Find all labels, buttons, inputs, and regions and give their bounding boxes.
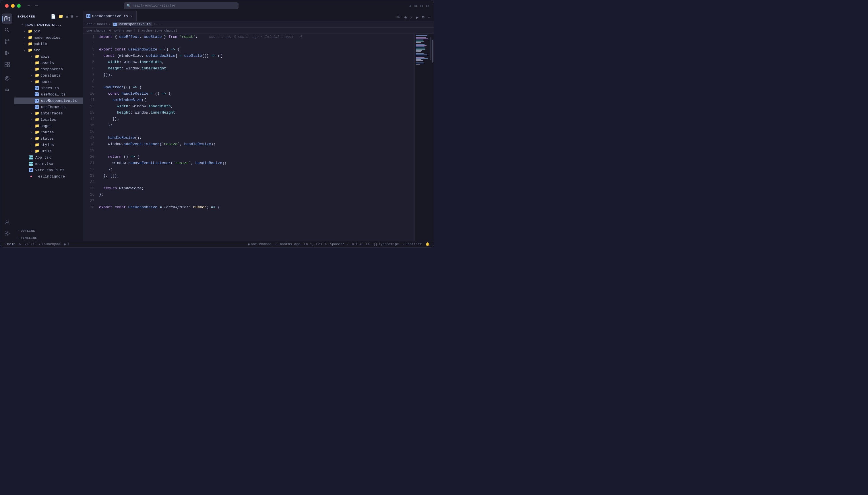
status-launchpad[interactable]: ✦ Launchpad (37, 241, 62, 248)
new-file-icon[interactable]: 📄 (50, 14, 56, 19)
sidebar-item-routes[interactable]: ▸ 📁 routes (14, 129, 83, 135)
folder-label: utils (40, 149, 52, 153)
status-bar-left: ⑂ main ↻ ✕ 0 ⚠ 0 ✦ Launchpad ◉ 0 (3, 241, 70, 248)
sidebar-item-usemodal[interactable]: ts useModal.ts (14, 91, 83, 98)
more-actions-icon[interactable]: ⋯ (427, 14, 431, 21)
activity-remote[interactable] (2, 73, 12, 83)
close-button[interactable] (5, 4, 9, 8)
code-line-4: const [windowSize, setWindowSize] = useS… (99, 53, 412, 59)
status-cursor[interactable]: Ln 1, Col 1 (302, 241, 328, 248)
status-branch[interactable]: ⑂ main (3, 241, 17, 248)
new-folder-icon[interactable]: 📁 (58, 14, 64, 19)
minimap-slider[interactable] (430, 37, 431, 59)
layout-split-icon[interactable]: ⊞ (414, 3, 417, 9)
sidebar-item-public[interactable]: ▸ 📁 public (14, 41, 83, 47)
sidebar-item-styles[interactable]: ▸ 📁 styles (14, 142, 83, 148)
breadcrumb-more[interactable]: ... (157, 22, 163, 27)
minimap-line (416, 39, 423, 40)
sidebar-item-states[interactable]: ▸ 📁 states (14, 135, 83, 142)
activity-run[interactable] (2, 48, 12, 58)
open-file-icon[interactable]: ◉ (403, 14, 408, 21)
layout-custom-icon[interactable]: ⊟ (426, 3, 429, 9)
sidebar-item-utils[interactable]: ▸ 📁 utils (14, 148, 83, 154)
status-language[interactable]: {} TypeScript (372, 241, 401, 248)
tab-useresponsive[interactable]: ts useResponsive.ts ✕ (83, 11, 137, 21)
refresh-icon[interactable]: ↺ (65, 14, 69, 19)
status-formatter[interactable]: ✓ Prettier (401, 241, 424, 248)
more-options-icon[interactable]: ⋯ (75, 14, 79, 19)
sidebar-item-components[interactable]: ▸ 📁 components (14, 66, 83, 72)
sidebar-item-node-modules[interactable]: ▸ 📁 node_modules (14, 34, 83, 41)
minimize-button[interactable] (11, 4, 15, 8)
svg-point-17 (6, 220, 8, 222)
split-editor-icon[interactable]: ⊡ (421, 14, 425, 21)
status-spaces[interactable]: Spaces: 2 (328, 241, 350, 248)
sidebar-title: EXPLORER 📄 📁 ↺ ⊟ ⋯ (14, 11, 83, 22)
sidebar-item-apis[interactable]: ▸ 📁 apis (14, 53, 83, 59)
breadcrumb-file[interactable]: ts useResponsive.ts (112, 22, 152, 27)
sidebar-item-assets[interactable]: ▸ 📁 assets (14, 59, 83, 66)
sidebar-item-locales[interactable]: ▸ 📁 locales (14, 116, 83, 123)
tab-close-button[interactable]: ✕ (130, 14, 133, 19)
sidebar-item-index-ts[interactable]: ts index.ts (14, 85, 83, 91)
code-line-23: }, []); (99, 173, 412, 179)
encoding-label: UTF-8 (352, 242, 362, 246)
breadcrumb-hooks[interactable]: hooks (97, 22, 108, 27)
sidebar-item-useresponsive[interactable]: ts useResponsive.ts (14, 98, 83, 104)
file-ts-icon: ts (35, 86, 39, 90)
follow-link-icon[interactable]: ↗ (409, 14, 414, 21)
maximize-button[interactable] (17, 4, 21, 8)
activity-accounts[interactable] (2, 217, 12, 227)
code-line-3: export const useWindowSize = () => { (99, 47, 412, 53)
sidebar-item-bin[interactable]: ▸ 📁 bin (14, 28, 83, 34)
scrollbar-thumb[interactable] (432, 39, 433, 63)
activity-settings[interactable] (2, 228, 12, 239)
status-blame[interactable]: ◉ one-chance, 8 months ago (246, 241, 302, 248)
status-notifications[interactable]: 🔔 (424, 241, 431, 248)
status-issues[interactable]: ◉ 0 (62, 241, 70, 248)
file-label: useResponsive.ts (41, 99, 77, 103)
activity-explorer[interactable] (2, 14, 12, 24)
layout-sidebar-icon[interactable]: ⊟ (408, 3, 411, 9)
status-sync[interactable]: ↻ (17, 241, 23, 248)
sidebar-item-main-tsx[interactable]: tsx main.tsx (14, 160, 83, 167)
code-editor[interactable]: import { useEffect, useState } from 'rea… (97, 34, 414, 241)
sidebar-item-src[interactable]: ▾ 📁 src (14, 47, 83, 53)
search-bar[interactable]: 🔍 react-emotion-starter (124, 2, 239, 9)
status-errors[interactable]: ✕ 0 ⚠ 0 (23, 241, 37, 248)
sync-icon: ↻ (19, 242, 21, 246)
activity-n2[interactable]: N2 (2, 85, 12, 95)
back-arrow[interactable]: ← (27, 3, 32, 9)
run-file-icon[interactable]: ▶ (415, 14, 420, 21)
sidebar-item-interfaces[interactable]: ▸ 📁 interfaces (14, 110, 83, 116)
sidebar-item-constants[interactable]: ▸ 📁 constants (14, 72, 83, 79)
breadcrumb-src[interactable]: src (86, 22, 93, 27)
chevron-right-icon: ▸ (29, 124, 34, 128)
activity-source-control[interactable] (2, 36, 12, 47)
tree-root[interactable]: ▾ REACT-EMOTION-ST... (14, 22, 83, 28)
sidebar-item-app-tsx[interactable]: tsx App.tsx (14, 154, 83, 160)
collapse-all-icon[interactable]: ⊟ (70, 14, 74, 19)
activity-extensions[interactable] (2, 59, 12, 70)
lang-icon: {} (374, 242, 377, 246)
status-encoding[interactable]: UTF-8 (350, 241, 364, 248)
timeline-section[interactable]: ▸ TIMELINE (14, 235, 83, 241)
sidebar-item-vite-env[interactable]: ts vite-env.d.ts (14, 167, 83, 173)
outline-section[interactable]: ▸ OUTLINE (14, 228, 83, 234)
root-label: REACT-EMOTION-ST... (26, 23, 62, 27)
folder-hooks-icon: 📁 (35, 80, 39, 84)
code-line-27 (99, 198, 412, 204)
sidebar-item-eslintignore[interactable]: ● .eslintignore (14, 173, 83, 180)
minimap-line (416, 60, 423, 61)
activity-search[interactable] (2, 25, 12, 35)
forward-arrow[interactable]: → (34, 3, 39, 9)
sidebar-item-pages[interactable]: ▸ 📁 pages (14, 123, 83, 129)
minimap-line (416, 50, 422, 51)
file-tsx-icon: tsx (29, 155, 33, 159)
navigation-arrows: ← → (27, 3, 39, 9)
sidebar-item-hooks[interactable]: ▾ 📁 hooks (14, 79, 83, 85)
open-changes-icon[interactable]: 👁 (396, 14, 402, 21)
status-eol[interactable]: LF (364, 241, 372, 248)
sidebar-item-usetheme[interactable]: ts useTheme.ts (14, 104, 83, 110)
layout-panel-icon[interactable]: ⊡ (420, 3, 423, 9)
